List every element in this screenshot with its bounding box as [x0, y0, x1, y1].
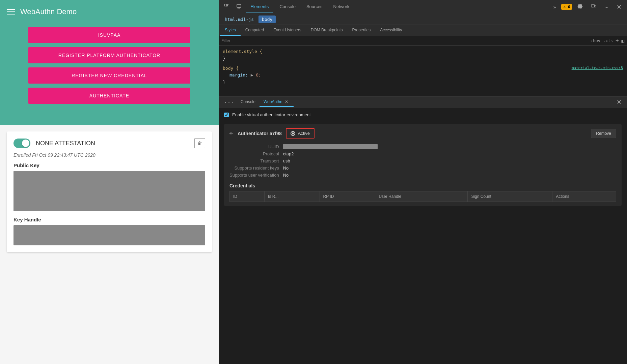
styles-filter-input[interactable] — [221, 38, 588, 43]
trash-icon: 🗑 — [197, 141, 202, 146]
properties-tab[interactable]: Properties — [347, 25, 375, 36]
enable-virtual-auth-checkbox[interactable] — [224, 113, 229, 117]
webauthn-content: Enable virtual authenticator environment… — [219, 108, 627, 364]
key-handle-box — [13, 225, 205, 245]
left-panel: WebAuthn Demo ISUVPAA REGISTER PLATFORM … — [0, 0, 219, 364]
sources-tab[interactable]: Sources — [302, 1, 327, 12]
body-tag[interactable]: body — [258, 16, 276, 23]
webauthn-tab-close[interactable]: ✕ — [283, 99, 290, 104]
elements-tab[interactable]: Elements — [246, 1, 273, 12]
authenticate-button[interactable]: AUTHENTICATE — [28, 88, 190, 104]
toggle-switch[interactable] — [13, 139, 30, 148]
card-header: NONE ATTESTATION 🗑 — [13, 138, 205, 148]
remote-devices-button[interactable] — [588, 2, 599, 12]
resident-keys-value: No — [283, 165, 616, 171]
accessibility-tab[interactable]: Accessibility — [375, 25, 407, 36]
resident-keys-label: Supports resident keys — [229, 165, 279, 171]
hamburger-menu-button[interactable] — [7, 9, 15, 14]
transport-value: usb — [283, 158, 616, 163]
more-options-button[interactable]: ··· — [602, 2, 611, 12]
svg-rect-0 — [224, 4, 226, 6]
event-listeners-tab[interactable]: Event Listeners — [269, 25, 306, 36]
credential-card: NONE ATTESTATION 🗑 Enrolled Fri Oct 09 2… — [7, 131, 212, 252]
protocol-label: Protocol — [229, 151, 279, 156]
devtools-panel: Elements Console Sources Network » ⚠ 6 ·… — [219, 0, 627, 364]
uuid-label: UUID — [229, 144, 279, 149]
bottom-tabs-bar: ··· Console WebAuthn ✕ ✕ — [219, 96, 627, 108]
edit-authenticator-icon[interactable]: ✏ — [229, 131, 234, 136]
styles-tab[interactable]: Styles — [220, 25, 241, 36]
remove-authenticator-button[interactable]: Remove — [591, 129, 616, 138]
styles-content: element.style { } body { margin: ▶ 0; } … — [219, 46, 627, 96]
public-key-box — [13, 171, 205, 211]
styles-filter-bar: :hov .cls + ◧ — [219, 36, 627, 46]
active-radio[interactable]: Active — [286, 128, 315, 139]
more-tabs-button[interactable]: » — [551, 2, 559, 12]
enable-row: Enable virtual authenticator environment — [224, 112, 622, 117]
protocol-value: ctap2 — [283, 151, 616, 156]
credentials-table: ID Is R... RP ID User Handle Sign Count … — [229, 191, 616, 202]
hamburger-line — [7, 14, 15, 14]
settings-button[interactable] — [575, 2, 585, 12]
devtools-tab-more: » ⚠ 6 ··· ✕ — [551, 2, 624, 12]
delete-credential-button[interactable]: 🗑 — [194, 138, 205, 148]
active-status-label: Active — [298, 131, 310, 136]
table-header-row: ID Is R... RP ID User Handle Sign Count … — [230, 191, 616, 202]
toggle-sidebar-icon[interactable]: ◧ — [622, 38, 624, 43]
webauthn-tab[interactable]: WebAuthn ✕ — [260, 97, 294, 107]
radio-dot-inner — [292, 132, 294, 134]
css-rule-element: element.style { } — [223, 48, 623, 62]
computed-tab[interactable]: Computed — [241, 25, 269, 36]
devtools-close-button[interactable]: ✕ — [614, 2, 624, 12]
register-credential-button[interactable]: REGISTER NEW CREDENTIAL — [28, 67, 190, 84]
hov-filter[interactable]: :hov — [591, 38, 600, 43]
css-source-link[interactable]: material.te…k.min.css:8 — [572, 65, 623, 71]
uuid-value-bar — [283, 144, 378, 149]
svg-rect-6 — [595, 5, 596, 7]
cls-filter[interactable]: .cls — [603, 38, 613, 43]
radio-dot — [291, 131, 295, 136]
isuvpaa-button[interactable]: ISUVPAA — [28, 27, 190, 43]
devtools-toolbar: Elements Console Sources Network » ⚠ 6 ·… — [219, 0, 627, 14]
auth-detail-grid: UUID Protocol ctap2 Transport usb Suppor… — [229, 144, 616, 178]
card-section: NONE ATTESTATION 🗑 Enrolled Fri Oct 09 2… — [0, 125, 219, 364]
bottom-panel-close[interactable]: ✕ — [614, 97, 624, 107]
hamburger-line — [7, 11, 15, 12]
console-tab[interactable]: Console — [275, 1, 300, 12]
transport-label: Transport — [229, 158, 279, 163]
col-sign-count: Sign Count — [468, 191, 552, 202]
add-style-icon[interactable]: + — [616, 37, 619, 44]
element-breadcrumb: html.mdl-js body — [219, 14, 627, 25]
col-is-r: Is R... — [265, 191, 320, 202]
credentials-section: Credentials ID Is R... RP ID User Handle… — [229, 183, 616, 202]
register-platform-button[interactable]: REGISTER PLATFORM AUTHENTICATOR — [28, 47, 190, 63]
inspect-element-button[interactable] — [221, 2, 232, 12]
header-top: WebAuthn Demo — [7, 0, 212, 24]
col-user-handle: User Handle — [375, 191, 468, 202]
hamburger-line — [7, 9, 15, 10]
filter-actions: :hov .cls + ◧ — [591, 37, 624, 44]
credential-name: NONE ATTESTATION — [36, 140, 95, 147]
bottom-panel: ··· Console WebAuthn ✕ ✕ Enable virtual … — [219, 96, 627, 364]
css-rule-body: body { margin: ▶ 0; } material.te…k.min.… — [223, 65, 623, 86]
key-handle-label: Key Handle — [13, 217, 205, 222]
styles-tabs-bar: Styles Computed Event Listeners DOM Brea… — [219, 25, 627, 36]
console-bottom-tab[interactable]: Console — [237, 97, 260, 107]
svg-rect-3 — [237, 4, 241, 7]
credentials-title: Credentials — [229, 183, 616, 188]
user-verification-label: Supports user verification — [229, 173, 279, 178]
network-tab[interactable]: Network — [329, 1, 354, 12]
public-key-label: Public Key — [13, 162, 205, 168]
html-tag[interactable]: html.mdl-js — [221, 16, 257, 23]
col-id: ID — [230, 191, 265, 202]
app-header: WebAuthn Demo ISUVPAA REGISTER PLATFORM … — [0, 0, 219, 125]
enable-label: Enable virtual authenticator environment — [232, 112, 311, 117]
col-rp-id: RP ID — [320, 191, 375, 202]
toggle-track — [13, 139, 30, 148]
dom-breakpoints-tab[interactable]: DOM Breakpoints — [306, 25, 348, 36]
more-tools-dots[interactable]: ··· — [221, 98, 237, 107]
device-toolbar-button[interactable] — [234, 2, 244, 12]
svg-rect-5 — [591, 5, 595, 7]
auth-header: ✏ Authenticator a7f98 Active Remove — [229, 128, 616, 139]
toggle-thumb — [22, 140, 29, 147]
